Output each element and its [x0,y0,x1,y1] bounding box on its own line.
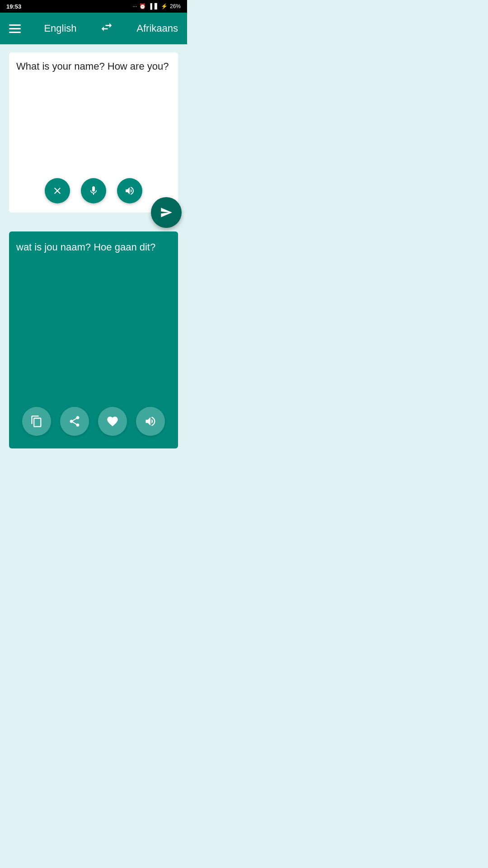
signal-icon: ▋ [155,3,159,9]
sim-icon: ▐ [148,3,152,9]
time: 19:53 [6,3,21,10]
status-bar: 19:53 ··· ⏰ ▐ ▋ ⚡ 26% [0,0,187,13]
translate-button[interactable] [151,197,182,228]
share-button[interactable] [60,407,89,436]
source-text-input[interactable]: What is your name? How are you? [16,60,171,171]
translation-area: wat is jou naam? Hoe gaan dit? [9,231,178,448]
translation-controls [16,400,171,439]
alarm-icon: ⏰ [139,3,146,9]
swap-languages-button[interactable] [100,20,113,37]
input-controls [16,178,171,205]
source-language-selector[interactable]: English [44,23,76,34]
input-area: What is your name? How are you? [9,52,178,212]
battery-level: 26% [170,3,181,9]
charging-icon: ⚡ [161,3,168,9]
target-language-selector[interactable]: Afrikaans [136,23,178,34]
microphone-button[interactable] [81,178,106,203]
menu-button[interactable] [9,24,21,33]
clear-button[interactable] [45,178,70,203]
toolbar: English Afrikaans [0,13,187,44]
favorite-button[interactable] [98,407,127,436]
status-icons: ··· ⏰ ▐ ▋ ⚡ 26% [132,3,181,9]
translated-text: wat is jou naam? Hoe gaan dit? [16,241,171,400]
copy-button[interactable] [22,407,51,436]
speak-source-button[interactable] [117,178,142,203]
dots-icon: ··· [132,3,137,9]
speak-translation-button[interactable] [136,407,165,436]
